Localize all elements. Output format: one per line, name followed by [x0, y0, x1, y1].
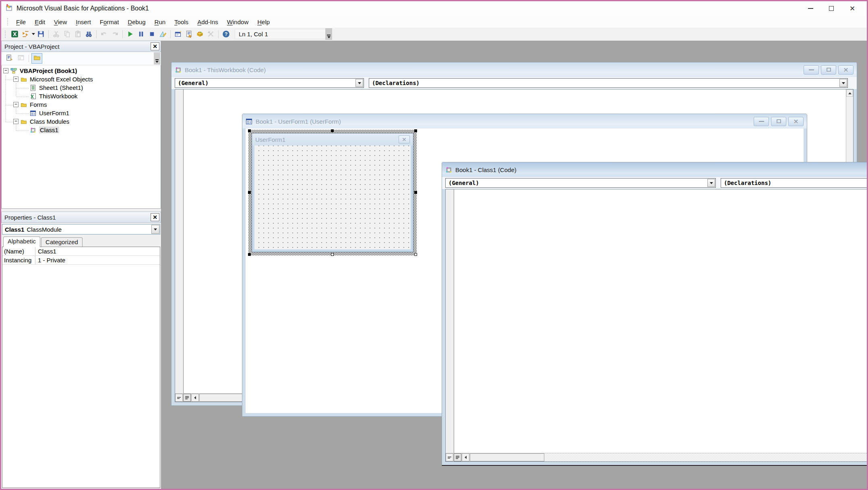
tree-item-microsoft-excel-objects[interactable]: −Microsoft Excel Objects	[2, 75, 161, 83]
dropdown-arrow-icon[interactable]	[707, 179, 715, 187]
object-selector-dropdown[interactable]: Class1 ClassModule	[2, 224, 160, 235]
view-code-button[interactable]	[4, 53, 14, 64]
full-module-view-button[interactable]	[454, 453, 461, 461]
insert-dropdown-arrow[interactable]	[31, 29, 35, 39]
redo-button[interactable]	[110, 29, 120, 39]
find-button[interactable]	[83, 29, 94, 39]
panel-splitter[interactable]	[1, 209, 161, 212]
tree-item-vbaproject-book1[interactable]: −VBAProject (Book1)	[2, 66, 161, 75]
userform[interactable]: UserForm1 ✕	[252, 133, 413, 252]
selection-handle-middle-right[interactable]	[414, 191, 417, 194]
scroll-left-button[interactable]	[191, 394, 199, 402]
object-dropdown[interactable]: (General)	[445, 178, 716, 188]
menu-item-file[interactable]: File	[12, 17, 30, 27]
tab-alphabetic[interactable]: Alphabetic	[3, 237, 40, 247]
dropdown-arrow-icon[interactable]	[355, 79, 363, 87]
procedure-dropdown[interactable]: (Declarations)	[369, 78, 848, 88]
toggle-folders-button[interactable]	[31, 53, 42, 64]
object-dropdown[interactable]: (General)	[175, 78, 364, 88]
userform-window-titlebar[interactable]: Book1 - UserForm1 (UserForm) ✕	[242, 114, 807, 129]
properties-panel-close-button[interactable]: ✕	[151, 213, 159, 221]
userform-maximize-button[interactable]	[771, 117, 786, 126]
tree-item-sheet1-sheet1[interactable]: Sheet1 (Sheet1)	[2, 83, 161, 92]
menu-item-edit[interactable]: Edit	[30, 17, 50, 27]
procedure-dropdown[interactable]: (Declarations)	[721, 178, 867, 188]
thisworkbook-close-button[interactable]: ✕	[838, 65, 854, 75]
project-explorer-button[interactable]	[173, 29, 184, 39]
menu-item-window[interactable]: Window	[223, 17, 253, 27]
userform-close-button[interactable]: ✕	[399, 135, 410, 143]
collapse-expander-icon[interactable]: −	[3, 68, 8, 73]
excel-button[interactable]	[9, 29, 20, 39]
tree-item-userform1[interactable]: UserForm1	[2, 109, 161, 117]
selection-handle-top-middle[interactable]	[331, 129, 334, 132]
collapse-expander-icon[interactable]: −	[13, 77, 19, 82]
break-button[interactable]	[136, 29, 147, 39]
dropdown-arrow-icon[interactable]	[151, 225, 159, 234]
tree-item-class-modules[interactable]: −Class Modules	[2, 117, 161, 126]
menu-item-view[interactable]: View	[50, 17, 71, 27]
design-mode-button[interactable]	[157, 29, 168, 39]
menu-item-insert[interactable]: Insert	[71, 17, 95, 27]
menu-item-add-ins[interactable]: Add-Ins	[193, 17, 223, 27]
project-panel-header[interactable]: Project - VBAProject ✕	[1, 41, 161, 52]
class1-titlebar[interactable]: Book1 - Class1 (Code)	[442, 162, 867, 177]
project-toolbar-options-button[interactable]	[154, 52, 160, 64]
object-browser-button[interactable]	[194, 29, 205, 39]
minimize-button[interactable]	[800, 2, 821, 15]
help-button[interactable]: ?	[221, 29, 231, 39]
copy-button[interactable]	[62, 29, 72, 39]
userform-minimize-button[interactable]	[754, 117, 769, 126]
cut-button[interactable]	[51, 29, 62, 39]
property-value[interactable]: Class1	[35, 247, 160, 255]
scroll-up-button[interactable]	[846, 89, 853, 97]
menu-item-debug[interactable]: Debug	[123, 17, 150, 27]
selection-handle-bottom-middle[interactable]	[331, 253, 334, 256]
horizontal-scroll-track[interactable]	[470, 453, 867, 461]
project-panel-close-button[interactable]: ✕	[151, 42, 159, 50]
selection-handle-bottom-left[interactable]	[248, 253, 251, 256]
menu-item-run[interactable]: Run	[150, 17, 170, 27]
horizontal-scroll-thumb[interactable]	[470, 453, 544, 461]
form-selection-border[interactable]: UserForm1 ✕	[248, 130, 417, 255]
property-value[interactable]: 1 - Private	[35, 256, 160, 264]
collapse-expander-icon[interactable]: −	[13, 119, 19, 124]
tree-item-class1[interactable]: Class1	[2, 126, 161, 134]
tab-categorized[interactable]: Categorized	[41, 237, 83, 247]
properties-window-button[interactable]	[184, 29, 194, 39]
horizontal-scrollbar[interactable]	[446, 453, 867, 461]
tree-item-thisworkbook[interactable]: ThisWorkbook	[2, 92, 161, 100]
thisworkbook-minimize-button[interactable]	[804, 65, 819, 75]
userform-titlebar[interactable]: UserForm1 ✕	[252, 133, 413, 145]
app-titlebar[interactable]: Microsoft Visual Basic for Applications …	[1, 1, 867, 16]
thisworkbook-maximize-button[interactable]	[821, 65, 836, 75]
code-text-area[interactable]	[454, 189, 867, 453]
margin-indicator-bar[interactable]	[175, 89, 184, 393]
full-module-view-button[interactable]	[183, 394, 191, 402]
scroll-left-button[interactable]	[462, 453, 469, 461]
undo-button[interactable]	[99, 29, 110, 39]
tree-item-forms[interactable]: −Forms	[2, 100, 161, 109]
thisworkbook-titlebar[interactable]: Book1 - ThisWorkbook (Code) ✕	[172, 62, 857, 77]
menu-item-format[interactable]: Format	[95, 17, 124, 27]
menu-item-help[interactable]: Help	[253, 17, 274, 27]
view-object-button[interactable]	[15, 53, 26, 64]
margin-indicator-bar[interactable]	[446, 189, 454, 453]
reset-button[interactable]	[147, 29, 157, 39]
maximize-button[interactable]	[821, 2, 842, 15]
toolbar-options-button[interactable]	[325, 28, 332, 40]
selection-handle-bottom-right[interactable]	[414, 253, 417, 256]
form-dot-grid[interactable]	[254, 145, 411, 249]
close-button[interactable]: ✕	[842, 2, 863, 15]
properties-panel-header[interactable]: Properties - Class1 ✕	[1, 212, 161, 223]
run-button[interactable]	[125, 29, 136, 39]
userform-close-button[interactable]: ✕	[788, 117, 804, 126]
toolbox-button[interactable]	[205, 29, 216, 39]
procedure-view-button[interactable]	[446, 453, 453, 461]
insert-userform-button[interactable]	[20, 29, 31, 39]
procedure-view-button[interactable]	[175, 394, 183, 402]
menu-item-tools[interactable]: Tools	[170, 17, 193, 27]
dropdown-arrow-icon[interactable]	[839, 79, 847, 87]
selection-handle-middle-left[interactable]	[248, 191, 251, 194]
selection-handle-top-left[interactable]	[248, 129, 251, 132]
